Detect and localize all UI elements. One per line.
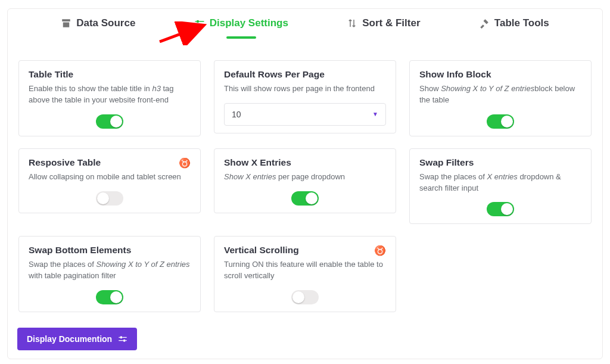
card-title: Swap Filters bbox=[419, 157, 581, 168]
toggle-swap-bottom[interactable] bbox=[96, 290, 123, 304]
select-rows-per-page[interactable]: 10 ▼ bbox=[224, 103, 386, 126]
tab-data-source[interactable]: Data Source bbox=[61, 17, 135, 29]
select-value: 10 bbox=[232, 110, 241, 119]
sliders-icon bbox=[194, 18, 205, 29]
card-description: Swap the places of Showing X to Y of Z e… bbox=[29, 259, 191, 282]
tools-icon bbox=[479, 18, 490, 29]
pro-badge-icon: ♉ bbox=[374, 245, 386, 256]
footer-actions: Display Documention bbox=[8, 316, 602, 350]
toggle-vertical-scrolling[interactable] bbox=[291, 290, 319, 304]
card-title: Show X Entries bbox=[224, 157, 386, 168]
card-title: Vertical Scrolling bbox=[224, 245, 299, 256]
svg-point-3 bbox=[120, 336, 122, 338]
card-description: This will show rows per page in the fron… bbox=[224, 83, 386, 95]
card-table-title: Table Title Enable this to show the tabl… bbox=[18, 60, 201, 136]
card-title: Show Info Block bbox=[419, 69, 581, 80]
tab-sort-filter[interactable]: Sort & Filter bbox=[347, 17, 420, 29]
tab-table-tools[interactable]: Table Tools bbox=[479, 17, 549, 29]
tab-label: Sort & Filter bbox=[362, 17, 420, 29]
pro-badge-icon: ♉ bbox=[179, 157, 191, 169]
card-description: Turning ON this feature will enable the … bbox=[224, 259, 386, 282]
display-documentation-button[interactable]: Display Documention bbox=[17, 328, 137, 350]
svg-point-2 bbox=[200, 24, 203, 27]
card-title: Resposive Table bbox=[29, 157, 101, 168]
card-description: Swap the places of X entries dropdown & … bbox=[419, 172, 581, 194]
settings-panel: Data Source Display Settings Sort & Filt… bbox=[7, 8, 603, 359]
toggle-show-x-entries[interactable] bbox=[291, 191, 319, 206]
card-responsive-table: Resposive Table ♉ Allow collapsing on mo… bbox=[18, 148, 201, 213]
toggle-responsive-table[interactable] bbox=[96, 191, 123, 206]
active-tab-underline bbox=[226, 36, 256, 39]
card-description: Enable this to show the table title in h… bbox=[29, 83, 191, 106]
card-description: Show Showing X to Y of Z entriesblock be… bbox=[419, 83, 581, 106]
card-show-x-entries: Show X Entries Show X entries per page d… bbox=[214, 148, 396, 213]
toggle-swap-filters[interactable] bbox=[487, 202, 514, 216]
tab-label: Display Settings bbox=[210, 17, 288, 29]
sort-icon bbox=[347, 18, 357, 29]
sliders-icon bbox=[118, 334, 127, 344]
tab-label: Table Tools bbox=[494, 17, 549, 29]
tab-display-settings[interactable]: Display Settings bbox=[194, 17, 288, 29]
card-rows-per-page: Default Rows Per Page This will show row… bbox=[214, 60, 396, 133]
card-description: Allow collapsing on mobile and tablet sc… bbox=[29, 172, 191, 183]
card-title: Swap Bottom Elements bbox=[29, 245, 191, 256]
card-title: Default Rows Per Page bbox=[224, 69, 386, 80]
svg-point-4 bbox=[123, 340, 126, 342]
card-swap-bottom: Swap Bottom Elements Swap the places of … bbox=[18, 236, 201, 312]
card-description: Show X entries per page dropdown bbox=[224, 172, 386, 183]
toggle-info-block[interactable] bbox=[487, 114, 514, 129]
settings-grid: Table Title Enable this to show the tabl… bbox=[8, 36, 602, 316]
toggle-table-title[interactable] bbox=[96, 114, 123, 129]
card-swap-filters: Swap Filters Swap the places of X entrie… bbox=[409, 148, 592, 225]
card-vertical-scrolling: Vertical Scrolling ♉ Turning ON this fea… bbox=[214, 236, 396, 312]
card-info-block: Show Info Block Show Showing X to Y of Z… bbox=[409, 60, 592, 136]
svg-point-1 bbox=[196, 20, 199, 23]
chevron-down-icon: ▼ bbox=[372, 111, 378, 117]
button-label: Display Documention bbox=[27, 334, 112, 344]
archive-icon bbox=[61, 18, 71, 29]
card-title: Table Title bbox=[29, 69, 191, 80]
tabs: Data Source Display Settings Sort & Filt… bbox=[8, 9, 602, 36]
tab-label: Data Source bbox=[76, 17, 135, 29]
